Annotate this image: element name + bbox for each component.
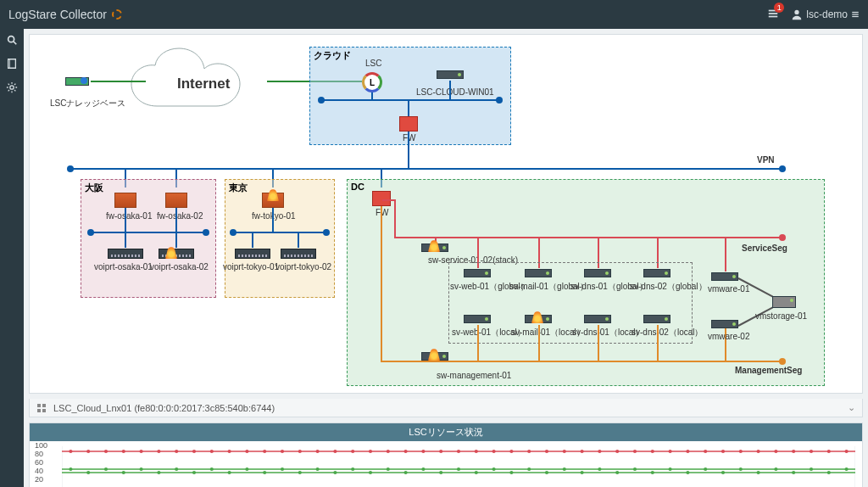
svg-point-80: [333, 471, 337, 474]
svg-point-100: [686, 471, 689, 474]
svg-point-85: [421, 467, 425, 471]
sv-dns-02-global[interactable]: [643, 269, 670, 277]
svg-rect-12: [42, 404, 46, 407]
search-icon[interactable]: [6, 34, 18, 46]
chart-body[interactable]: 100 80 60 40 20: [30, 441, 862, 487]
svg-point-82: [369, 471, 372, 474]
svg-point-66: [86, 471, 90, 474]
vmware-01[interactable]: [711, 272, 738, 281]
svg-point-27: [192, 450, 196, 453]
svg-point-41: [439, 450, 442, 453]
user-icon: [791, 8, 803, 20]
svg-point-36: [351, 450, 354, 453]
node-detail-bar[interactable]: LSC_Cloud_Lnx01 (fe80:0:0:0:2017:3c85:54…: [29, 399, 863, 417]
vmstorage-01[interactable]: [772, 296, 796, 308]
svg-point-38: [387, 450, 390, 453]
fw-cloud[interactable]: [399, 116, 418, 132]
sv-dns-02-local[interactable]: [643, 315, 670, 323]
svg-point-71: [175, 467, 178, 471]
internet-label: Internet: [177, 76, 230, 92]
sw-management-label: sw-management-01: [437, 371, 511, 380]
svg-point-32: [281, 450, 284, 453]
svg-point-30: [245, 450, 248, 453]
svg-point-42: [457, 450, 460, 453]
menu-bars-icon: [851, 10, 860, 19]
svg-point-108: [827, 471, 831, 474]
svg-point-23: [122, 450, 125, 453]
svg-point-35: [333, 450, 337, 453]
sv-dns-01-global[interactable]: [584, 269, 611, 277]
svg-point-83: [387, 467, 390, 471]
svg-point-91: [527, 467, 531, 471]
svg-rect-5: [852, 14, 859, 14]
brand: LogStare Collector: [8, 8, 122, 21]
svg-point-69: [140, 467, 143, 471]
svg-rect-1: [769, 13, 778, 14]
fw-osaka-02[interactable]: [165, 193, 187, 208]
svg-point-87: [457, 467, 460, 471]
topbar: LogStare Collector 1 lsc-demo: [0, 0, 868, 29]
svg-point-54: [669, 450, 672, 453]
svg-point-98: [651, 471, 654, 474]
svg-point-52: [633, 450, 637, 453]
voiprt-tokyo-01[interactable]: [235, 249, 270, 259]
svg-point-86: [439, 471, 442, 474]
svg-point-20: [69, 450, 72, 453]
svg-point-45: [509, 450, 513, 453]
svg-point-26: [175, 450, 178, 453]
sv-web-01-local[interactable]: [464, 315, 491, 323]
vmware-02[interactable]: [711, 320, 738, 328]
lsc-node[interactable]: L: [362, 72, 382, 92]
cloud-win-label: LSC-CLOUD-WIN01: [416, 87, 494, 97]
svg-rect-11: [37, 404, 41, 407]
book-icon[interactable]: [6, 58, 18, 70]
loading-spinner-icon: [112, 9, 122, 20]
svg-point-63: [827, 450, 831, 453]
svg-point-49: [581, 450, 584, 453]
user-menu[interactable]: lsc-demo: [791, 8, 860, 20]
svg-point-88: [475, 471, 478, 474]
gear-icon[interactable]: [6, 81, 18, 93]
svg-point-67: [104, 467, 108, 471]
svg-point-39: [404, 450, 408, 453]
network-map-card[interactable]: Internet LSCナレッジベース クラウド L LSC LSC-CLOUD…: [29, 34, 863, 394]
sv-dns-01-local[interactable]: [584, 315, 611, 323]
vmstorage-01-label: vmstorage-01: [755, 311, 807, 321]
fw-osaka-01-label: fw-osaka-01: [106, 211, 152, 221]
svg-point-84: [404, 471, 408, 474]
sv-web-01-global[interactable]: [464, 269, 491, 277]
chevron-down-icon[interactable]: ⌄: [848, 402, 855, 413]
voiprt-tokyo-02-label: voiprt-tokyo-02: [275, 262, 331, 271]
app-title: LogStare Collector: [8, 8, 107, 21]
svg-point-77: [281, 467, 284, 471]
svg-point-107: [810, 467, 813, 471]
svg-point-7: [8, 36, 14, 42]
fw-dc[interactable]: [372, 191, 391, 206]
svg-point-106: [792, 471, 795, 474]
svg-point-68: [122, 471, 125, 474]
grid-icon: [36, 403, 47, 413]
svg-point-93: [563, 467, 566, 471]
svg-point-33: [298, 450, 302, 453]
svg-point-55: [686, 450, 689, 453]
svg-point-79: [316, 467, 320, 471]
voiprt-osaka-02-label: voiprt-osaka-02: [150, 262, 209, 271]
alerts-button[interactable]: 1: [767, 8, 779, 22]
svg-point-31: [263, 450, 266, 453]
vmware-01-label: vmware-01: [708, 284, 749, 294]
svg-point-59: [757, 450, 760, 453]
svg-point-76: [263, 471, 266, 474]
svg-point-51: [615, 450, 619, 453]
svg-rect-4: [852, 12, 859, 13]
svg-point-53: [651, 450, 654, 453]
voiprt-tokyo-02[interactable]: [281, 249, 316, 259]
fw-osaka-01[interactable]: [114, 193, 136, 208]
svg-point-94: [581, 471, 584, 474]
zone-osaka: 大阪: [81, 179, 216, 298]
svg-rect-13: [37, 409, 41, 412]
vpn-label: VPN: [757, 155, 775, 165]
voiprt-osaka-01[interactable]: [108, 249, 143, 259]
sv-mail-01-global[interactable]: [525, 269, 552, 277]
vmware-02-label: vmware-02: [708, 332, 749, 341]
svg-point-34: [316, 450, 320, 453]
